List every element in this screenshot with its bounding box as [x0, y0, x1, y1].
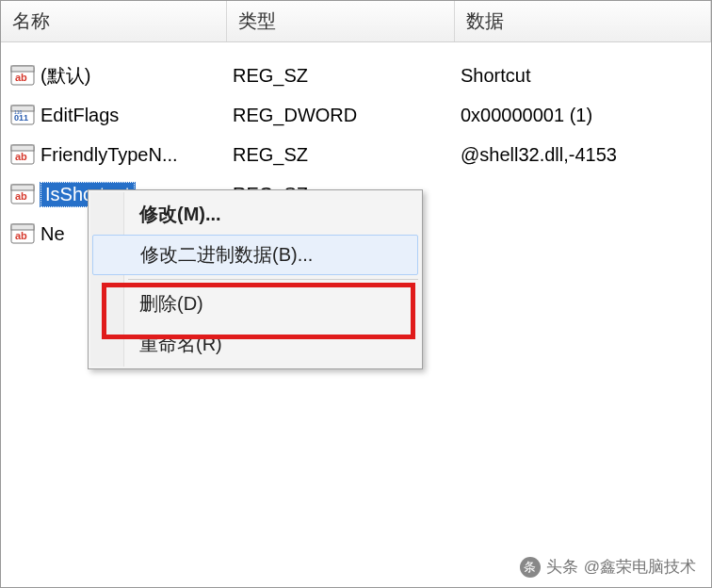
value-data: @shell32.dll,-4153 [455, 144, 711, 166]
reg-dword-icon [10, 103, 35, 127]
menu-item-modify-binary[interactable]: 修改二进制数据(B)... [92, 235, 418, 275]
table-row[interactable]: (默认) REG_SZ Shortcut [1, 56, 711, 95]
watermark-prefix: 头条 [546, 556, 578, 578]
value-name: Ne [40, 223, 65, 245]
menu-item-modify[interactable]: 修改(M)... [90, 194, 420, 235]
menu-separator [128, 279, 418, 280]
table-row[interactable]: FriendlyTypeN... REG_SZ @shell32.dll,-41… [1, 135, 711, 174]
watermark: 条 头条 @鑫荣电脑技术 [520, 556, 696, 578]
menu-item-delete[interactable]: 删除(D) [90, 284, 420, 324]
column-headers[interactable]: 名称 类型 数据 [1, 1, 711, 42]
value-data: Shortcut [455, 65, 711, 87]
menu-item-rename[interactable]: 重命名(R) [90, 324, 420, 365]
watermark-icon: 条 [520, 557, 541, 578]
header-data[interactable]: 数据 [455, 1, 711, 41]
value-type: REG_DWORD [227, 105, 455, 126]
value-name: FriendlyTypeN... [40, 144, 178, 166]
watermark-handle: @鑫荣电脑技术 [584, 556, 696, 578]
value-type: REG_SZ [227, 144, 455, 166]
header-name[interactable]: 名称 [1, 1, 227, 41]
value-name: EditFlags [40, 105, 119, 126]
reg-sz-icon [10, 142, 35, 167]
reg-sz-icon [10, 221, 35, 246]
header-type[interactable]: 类型 [227, 1, 455, 41]
context-menu: 修改(M)... 修改二进制数据(B)... 删除(D) 重命名(R) [88, 189, 423, 369]
reg-sz-icon [10, 182, 35, 206]
table-row[interactable]: EditFlags REG_DWORD 0x00000001 (1) [1, 95, 711, 135]
reg-sz-icon [10, 63, 35, 88]
value-name: (默认) [40, 63, 90, 89]
value-type: REG_SZ [227, 65, 455, 87]
value-data: 0x00000001 (1) [455, 105, 711, 126]
